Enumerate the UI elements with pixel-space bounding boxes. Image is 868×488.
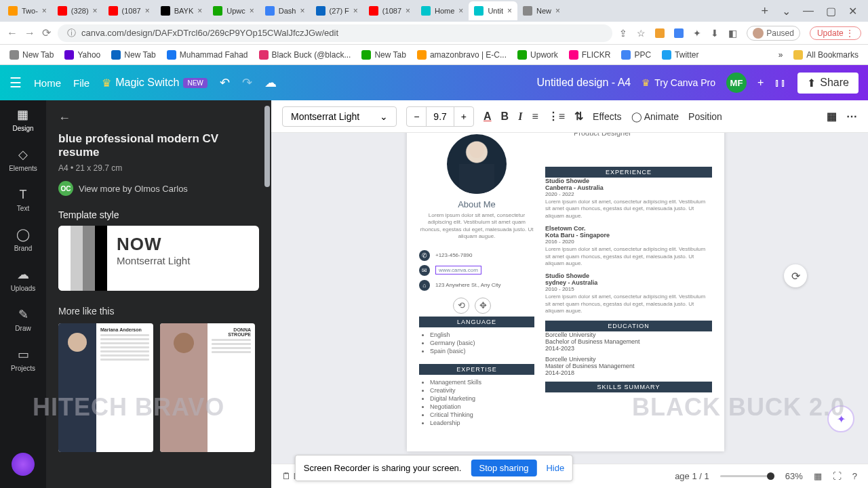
try-pro-button[interactable]: ♛Try Canva Pro [642,77,715,88]
transparency-icon[interactable]: ▦ [827,110,837,123]
rail-design[interactable]: ▦Design [12,107,33,132]
browser-tab[interactable]: Dash× [260,1,311,20]
text-color-button[interactable]: A [484,110,492,123]
regenerate-button[interactable]: ⟳ [784,264,807,287]
list-item[interactable]: Negotiation [430,403,534,410]
new-tab-button[interactable]: + [755,4,774,18]
template-thumb[interactable]: Mariana Anderson [58,323,153,452]
list-item[interactable]: Management Skills [430,379,534,386]
experience-item[interactable]: Studio Showdesydney - Australia2010 - 20… [545,272,712,314]
list-item[interactable]: Leadership [430,420,534,426]
rail-projects[interactable]: ▭Projects [11,347,35,372]
language-heading[interactable]: LANGUAGE [419,317,534,327]
ext-icon[interactable] [655,28,665,38]
reload-icon[interactable]: ⟳ [42,26,51,39]
spacing-button[interactable]: ⇅ [574,110,583,123]
ext-icon[interactable] [674,28,684,38]
redo-icon[interactable]: ↷ [242,75,252,90]
site-info-icon[interactable]: ⓘ [67,27,76,39]
position-button[interactable]: Position [688,111,722,122]
contact-phone[interactable]: ✆+123-456-7890 [419,250,534,261]
bookmark-item[interactable]: FLICKR [569,50,611,60]
template-author[interactable]: OCView more by Olmos Carlos [58,181,259,196]
document-title[interactable]: Untitled design - A4 [536,77,631,89]
bookmark-item[interactable]: Yahoo [64,50,100,60]
maximize-icon[interactable]: ▢ [826,5,836,18]
browser-tab[interactable]: (27) F× [311,1,363,20]
list-item[interactable]: Germany (basic) [430,340,534,346]
bookmarks-overflow-icon[interactable]: » [778,50,783,60]
bookmark-item[interactable]: PPC [621,50,651,60]
back-icon[interactable]: ← [7,27,18,39]
browser-tab[interactable]: Home× [416,1,469,20]
about-heading[interactable]: About Me [419,199,534,209]
selected-text[interactable]: www.canva.com [435,266,481,274]
chevron-down-icon[interactable]: ⌄ [782,5,791,18]
about-text[interactable]: Lorem ipsum dolor sit amet, consectetur … [419,212,534,241]
apps-fab[interactable] [12,453,35,476]
bookmark-item[interactable]: New Tab [9,50,54,60]
decrease-size-button[interactable]: − [407,107,426,126]
analytics-icon[interactable]: ⫾⫾ [774,76,787,90]
canvas[interactable]: Product Designer About Me Lorem ipsum do… [271,133,868,464]
hide-banner-button[interactable]: Hide [546,463,564,473]
list-button[interactable]: ⋮≡ [548,110,565,123]
bookmark-item[interactable]: New Tab [361,50,406,60]
contact-address[interactable]: ⌂123 Anywhere St., Any City [419,280,534,291]
list-item[interactable]: Critical Thinking [430,411,534,418]
experience-heading[interactable]: EXPERIENCE [545,167,712,178]
help-icon[interactable]: ? [852,471,857,481]
sidepanel-icon[interactable]: ◧ [728,28,737,39]
list-item[interactable]: Creativity [430,387,534,394]
move-handle-icon[interactable]: ✥ [475,298,491,314]
magic-switch-button[interactable]: ♛ Magic Switch NEW [102,77,208,89]
update-button[interactable]: Update ⋮ [810,26,861,40]
bookmark-item[interactable]: Muhammad Fahad [167,50,248,60]
list-item[interactable]: Spain (basic) [430,348,534,354]
contact-web[interactable]: ✉www.canva.com [419,265,534,276]
rail-draw[interactable]: ✎Draw [15,307,31,332]
bookmark-item[interactable]: amazonbravo | E-C... [417,50,507,60]
rail-text[interactable]: TText [16,187,31,212]
home-link[interactable]: Home [34,77,61,89]
education-item[interactable]: Borcelle UniversityBachelor of Business … [545,331,712,352]
align-button[interactable]: ≡ [532,110,538,123]
minimize-icon[interactable]: — [803,5,814,18]
stop-sharing-button[interactable]: Stop sharing [471,460,536,476]
rail-uploads[interactable]: ☁Uploads [11,267,36,292]
rail-brand[interactable]: ◯Brand [14,227,33,252]
list-item[interactable]: Digital Marketing [430,395,534,402]
page-indicator[interactable]: age 1 / 1 [675,471,709,481]
all-bookmarks-button[interactable]: All Bookmarks [793,50,859,60]
effects-button[interactable]: Effects [593,111,622,122]
font-size-value[interactable]: 9.7 [426,107,454,126]
star-icon[interactable]: ☆ [637,28,646,39]
experience-item[interactable]: Studio ShowdeCanberra - Australia2020 - … [545,178,712,220]
undo-icon[interactable]: ↶ [220,75,230,90]
menu-icon[interactable]: ☰ [9,75,22,91]
font-selector[interactable]: Montserrat Light⌄ [282,106,397,127]
browser-tab[interactable]: (1087× [363,1,416,20]
more-icon[interactable]: ⋯ [846,110,857,123]
increase-size-button[interactable]: + [454,107,473,126]
zoom-value[interactable]: 63% [785,471,803,481]
zoom-slider[interactable] [720,475,774,477]
download-icon[interactable]: ⬇ [711,28,719,39]
bookmark-item[interactable]: Upwork [517,50,558,60]
page[interactable]: Product Designer About Me Lorem ipsum do… [407,133,724,451]
template-thumb[interactable]: DONNA STROUPE [160,323,255,452]
browser-tab[interactable]: Two-× [3,1,52,20]
scrollbar[interactable] [264,106,270,187]
list-item[interactable]: English [430,331,534,338]
browser-tab[interactable]: Untit× [469,1,517,20]
bookmark-item[interactable]: Black Buck (@black... [259,50,351,60]
avatar[interactable]: MF [726,73,747,93]
italic-button[interactable]: I [518,110,522,123]
education-item[interactable]: Borcelle UniversityMaster of Business Ma… [545,356,712,376]
grid-view-icon[interactable]: ▦ [814,471,822,481]
experience-item[interactable]: Elsetown Cor.Kota Baru - Singapore2016 -… [545,225,712,267]
forward-icon[interactable]: → [24,27,35,39]
profile-photo[interactable] [447,134,507,194]
bookmark-item[interactable]: New Tab [111,50,155,60]
file-menu[interactable]: File [73,77,90,89]
